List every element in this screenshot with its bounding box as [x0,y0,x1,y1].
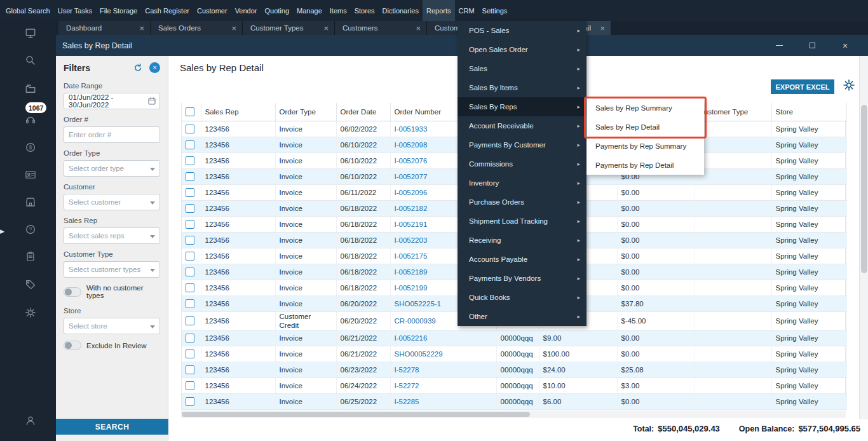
refresh-icon[interactable] [133,63,143,73]
order-number-link[interactable]: I-0052216 [395,334,428,342]
menu-bar-item[interactable]: Dictionaries [379,0,423,21]
sales-rep-select[interactable]: Select sales reps [64,227,160,244]
order-number-link[interactable]: I-0052076 [395,157,428,165]
submenu-item[interactable]: Payments by Rep Detail [587,156,704,175]
search-button[interactable]: SEARCH [56,419,168,435]
reports-menu-item[interactable]: Sales By Reps ▸ [458,97,587,116]
menu-bar-item[interactable]: Settings [478,0,512,21]
reports-menu-item[interactable]: Sales ▸ [458,59,587,78]
order-number-link[interactable]: I-0052199 [395,284,428,292]
calendar-icon[interactable] [147,97,156,105]
menu-bar-item[interactable]: Customer [193,0,231,21]
row-checkbox[interactable] [186,381,194,390]
maximize-button[interactable] [796,35,829,56]
tasks-clipboard-icon[interactable] [25,251,36,262]
reports-menu-item[interactable]: Inventory ▸ [458,173,587,193]
user-icon[interactable] [25,415,36,426]
col-order-type[interactable]: Order Type [275,103,336,121]
order-number-link[interactable]: I-0052096 [395,189,428,196]
menu-bar-item[interactable]: File Storage [96,0,141,21]
order-number-link[interactable]: I-52272 [395,382,419,390]
reports-menu-item[interactable]: Payments By Vendors ▸ [458,269,587,288]
date-range-input[interactable]: 01/Jun/2022 - 30/Jun/2022 [64,93,160,109]
horizontal-scrollbar-thumb[interactable] [182,412,530,417]
order-number-link[interactable]: I-0052203 [395,236,428,244]
dashboard-icon[interactable] [25,27,36,39]
row-checkbox[interactable] [186,252,194,261]
horizontal-scrollbar[interactable] [181,410,846,418]
tab-close-icon[interactable]: × [139,24,144,33]
customer-type-select[interactable]: Select customer types [64,261,160,278]
row-checkbox[interactable] [186,204,194,213]
order-number-link[interactable]: I-0052077 [395,173,428,180]
row-checkbox[interactable] [186,236,194,245]
reports-menu-item[interactable]: Receiving ▸ [458,231,587,250]
row-checkbox[interactable] [186,299,194,308]
reports-menu-item[interactable]: Other ▸ [458,307,587,326]
order-number-link[interactable]: I-0051933 [395,125,428,133]
settings-gear-icon[interactable] [25,307,36,318]
tab[interactable]: Dashboard × [58,21,151,35]
order-number-link[interactable]: I-0052189 [395,268,428,276]
menu-bar-item[interactable]: Quoting [261,0,294,21]
export-excel-button[interactable]: EXPORT EXCEL [771,79,834,94]
order-number-input[interactable] [64,126,160,143]
flyout-arrow-icon[interactable]: ▶ [0,228,4,234]
select-all-checkbox[interactable] [186,107,194,116]
menu-bar-item[interactable]: CRM [455,0,478,21]
row-checkbox[interactable] [186,365,194,374]
row-checkbox[interactable] [186,156,194,165]
reports-menu-item[interactable]: POS - Sales ▸ [458,21,587,40]
menu-bar-item[interactable]: Cash Register [141,0,193,21]
tab[interactable]: Customers × [335,21,427,35]
order-number-link[interactable]: I-0052191 [395,221,428,228]
with-no-customer-types-toggle[interactable] [64,287,81,297]
col-sales-rep[interactable]: Sales Rep [201,103,275,121]
reports-menu-item[interactable]: Open Sales Order ▸ [458,40,587,59]
tab[interactable]: Sales Orders × [151,21,243,35]
menu-bar-item[interactable]: User Tasks [54,0,96,21]
contacts-icon[interactable] [25,169,36,180]
reports-menu-item[interactable]: Quick Books ▸ [458,288,587,307]
order-number-link[interactable]: I-52278 [395,366,419,374]
file-storage-icon[interactable] [25,83,36,95]
filters-close-icon[interactable]: × [149,62,160,73]
exclude-in-review-toggle[interactable] [64,341,81,350]
menu-bar-item[interactable]: Vendor [231,0,261,21]
col-customer-type[interactable]: Customer Type [695,103,771,121]
reports-menu-item[interactable]: Sales By Items ▸ [458,78,587,97]
submenu-item[interactable]: Payments by Rep Summary [587,137,704,156]
help-icon[interactable]: ? [25,224,36,235]
vertical-scrollbar[interactable] [859,56,868,419]
close-button[interactable]: × [829,35,862,56]
row-checkbox[interactable] [186,268,194,276]
order-number-link[interactable]: SHO00052229 [395,350,443,358]
order-number-link[interactable]: CR-0000939 [395,317,436,325]
tab-close-icon[interactable]: × [231,24,236,33]
search-icon[interactable] [25,55,36,66]
order-number-link[interactable]: I-0052175 [395,252,428,260]
reports-menu-item[interactable]: Commissions ▸ [458,154,587,173]
cash-icon[interactable]: $ [25,142,36,153]
row-checkbox[interactable] [186,140,194,149]
order-number-link[interactable]: I-52285 [395,398,419,405]
reports-menu-item[interactable]: Account Receivable ▸ [458,116,587,135]
store-icon[interactable] [25,196,36,208]
submenu-item[interactable]: Sales by Rep Summary [587,98,704,118]
reports-menu-item[interactable]: Purchase Orders ▸ [458,193,587,212]
row-checkbox[interactable] [186,220,194,229]
row-checkbox[interactable] [186,334,194,343]
order-number-link[interactable]: I-0052182 [395,205,428,212]
grid-settings-gear-icon[interactable] [843,79,855,92]
row-checkbox[interactable] [186,349,194,358]
row-checkbox[interactable] [186,188,194,197]
row-checkbox[interactable] [186,172,194,181]
row-checkbox[interactable] [186,125,194,133]
row-checkbox[interactable] [186,283,194,292]
submenu-item[interactable]: Sales by Rep Detail [587,118,704,137]
row-checkbox[interactable] [186,316,194,325]
store-select[interactable]: Select store [64,318,160,334]
order-number-link[interactable]: SHO052225-1 [395,300,442,308]
col-order-date[interactable]: Order Date [336,103,390,121]
menu-bar-item[interactable]: Global Search [2,0,54,21]
